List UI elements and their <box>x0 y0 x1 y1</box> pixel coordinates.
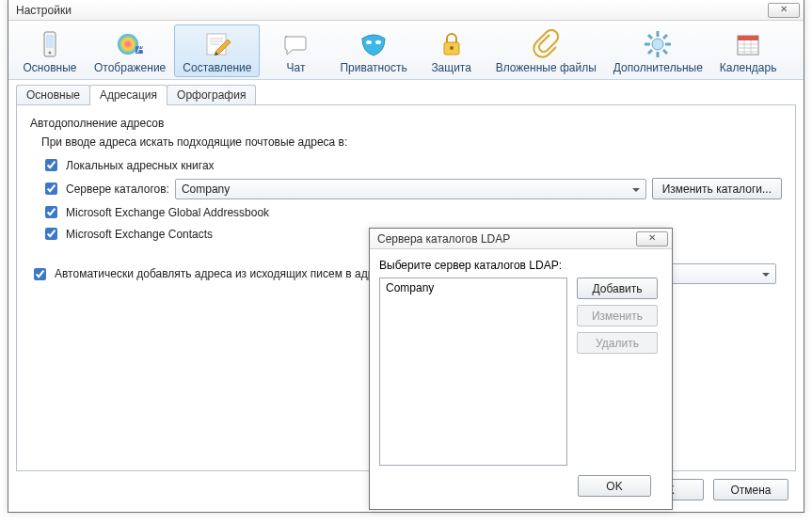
svg-point-10 <box>366 40 372 44</box>
edit-button[interactable]: Изменить <box>577 305 658 326</box>
cb-local-label: Локальных адресных книгах <box>66 159 215 172</box>
cb-local[interactable] <box>45 159 57 171</box>
edit-directories-button[interactable]: Изменить каталоги... <box>652 178 782 199</box>
cb-directory[interactable] <box>45 183 57 195</box>
label: Дополнительные <box>613 61 703 74</box>
label: Вложенные файлы <box>496 61 597 74</box>
list-item[interactable]: Company <box>384 280 563 295</box>
tabs: Основные Адресация Орфография <box>8 80 804 104</box>
cat-general[interactable]: Основные <box>14 24 86 77</box>
dialog-titlebar: Сервера каталогов LDAP ✕ <box>370 229 672 249</box>
ldap-dialog: Сервера каталогов LDAP ✕ Выберите сервер… <box>369 228 673 510</box>
dialog-hint: Выберите сервер каталогов LDAP: <box>379 259 662 272</box>
category-toolbar: Основные Aa Отображение Составление Чат … <box>8 21 804 80</box>
tab-general[interactable]: Основные <box>16 85 90 105</box>
svg-text:Aa: Aa <box>137 42 146 56</box>
label: Защита <box>431 61 471 74</box>
cat-security[interactable]: Защита <box>416 24 487 77</box>
delete-button[interactable]: Удалить <box>577 332 658 354</box>
svg-rect-24 <box>738 36 758 40</box>
svg-point-11 <box>375 40 381 44</box>
compose-icon <box>202 29 232 59</box>
cat-chat[interactable]: Чат <box>260 24 331 77</box>
tab-addressing[interactable]: Адресация <box>89 85 167 105</box>
palette-icon: Aa <box>115 29 145 59</box>
phone-icon <box>35 29 65 59</box>
cancel-button[interactable]: Отмена <box>713 479 788 500</box>
label: Чат <box>287 61 306 74</box>
ldap-listbox[interactable]: Company <box>379 278 567 466</box>
label: Календарь <box>720 61 777 74</box>
dialog-close-button[interactable]: ✕ <box>636 231 668 246</box>
dialog-title: Сервера каталогов LDAP <box>377 232 636 246</box>
window-title: Настройки <box>16 4 768 17</box>
lock-icon <box>437 29 467 59</box>
dialog-ok-button[interactable]: OK <box>578 475 651 497</box>
cat-privacy[interactable]: Приватность <box>331 24 415 77</box>
cat-display[interactable]: Aa Отображение <box>86 24 174 77</box>
cat-compose[interactable]: Составление <box>174 24 260 77</box>
cat-attach[interactable]: Вложенные файлы <box>487 24 605 77</box>
directory-select[interactable]: Company <box>175 179 646 199</box>
cat-calendar[interactable]: Календарь <box>711 24 786 77</box>
cb-contacts[interactable] <box>45 228 57 240</box>
hint: При вводе адреса искать подходящие почто… <box>41 135 782 149</box>
directory-selected: Company <box>182 183 230 196</box>
cb-auto-add[interactable] <box>34 268 46 280</box>
cb-directory-label: Сервере каталогов: <box>66 183 169 196</box>
svg-line-20 <box>663 50 667 54</box>
cb-gal[interactable] <box>45 206 57 218</box>
add-button[interactable]: Добавить <box>577 278 658 299</box>
chat-icon <box>280 29 310 59</box>
cat-advanced[interactable]: Дополнительные <box>605 24 711 77</box>
svg-point-2 <box>49 52 52 55</box>
dialog-body: Выберите сервер каталогов LDAP: Company … <box>370 249 672 506</box>
cb-contacts-label: Microsoft Exchange Contacts <box>66 228 213 241</box>
svg-point-3 <box>118 34 138 55</box>
label: Основные <box>24 61 77 74</box>
svg-point-14 <box>652 39 663 50</box>
gear-icon <box>643 29 673 59</box>
group-title: Автодополнение адресов <box>30 117 782 130</box>
paperclip-icon <box>531 29 561 59</box>
calendar-icon <box>733 29 763 59</box>
label: Приватность <box>340 61 406 74</box>
cb-gal-label: Microsoft Exchange Global Addressbook <box>66 206 269 219</box>
close-button[interactable]: ✕ <box>768 3 800 18</box>
cb-auto-add-label: Автоматически добавлять адреса из исходя… <box>55 267 374 280</box>
tab-spelling[interactable]: Орфография <box>167 85 256 105</box>
titlebar: Настройки ✕ <box>8 0 804 21</box>
svg-rect-1 <box>46 35 54 48</box>
mask-icon <box>358 29 389 59</box>
svg-line-22 <box>648 50 652 54</box>
svg-point-13 <box>450 46 454 50</box>
svg-line-19 <box>648 35 652 39</box>
label: Составление <box>183 61 251 74</box>
label: Отображение <box>94 61 166 74</box>
svg-line-21 <box>663 35 667 39</box>
